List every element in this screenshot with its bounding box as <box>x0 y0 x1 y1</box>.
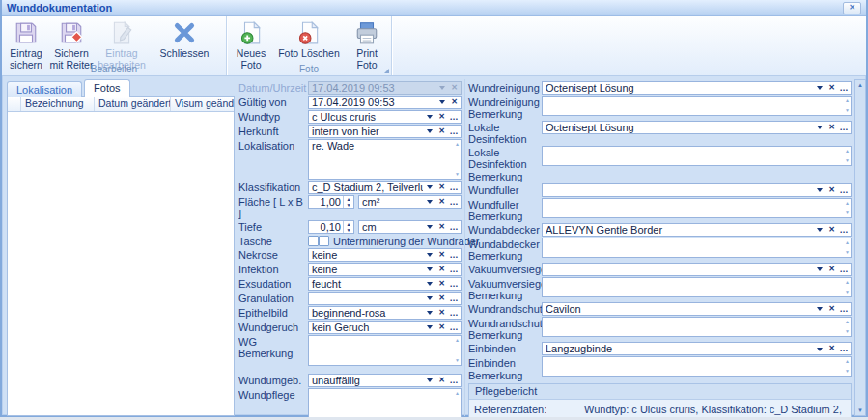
scroll-up-icon[interactable]: ▲ <box>845 280 850 285</box>
wundumgeb-combobox[interactable]: unauffällig ✕ … <box>308 374 462 387</box>
ellipsis-icon[interactable]: … <box>838 343 851 354</box>
scroll-up-icon[interactable]: ▲ <box>845 149 850 154</box>
scrollbar-up-icon[interactable]: ▲ <box>857 80 863 90</box>
group-dialog-launcher-icon[interactable] <box>384 69 389 73</box>
wundpflege-textarea[interactable]: ▲ ▼ <box>308 388 462 420</box>
clear-icon[interactable]: ✕ <box>435 182 448 193</box>
dropdown-arrow-icon[interactable] <box>423 278 435 290</box>
column-header-datum-geaendert[interactable]: Datum geändert <box>95 97 171 111</box>
scroll-down-icon[interactable]: ▼ <box>845 329 850 334</box>
dropdown-arrow-icon[interactable] <box>813 82 826 94</box>
dropdown-arrow-icon[interactable] <box>423 196 435 208</box>
neues-foto-button[interactable]: Neues Foto <box>231 18 271 70</box>
dropdown-arrow-icon[interactable] <box>423 322 435 333</box>
clear-icon[interactable]: ✕ <box>826 184 838 196</box>
scroll-down-icon[interactable]: ▼ <box>845 290 850 294</box>
klassifikation-combobox[interactable]: c_D Stadium 2, Teilverlust der Haut ✕ … <box>308 181 462 194</box>
foto-loeschen-button[interactable]: Foto Löschen <box>271 18 347 59</box>
ellipsis-icon[interactable]: … <box>838 224 851 236</box>
clear-icon[interactable]: ✕ <box>826 82 838 94</box>
scroll-up-icon[interactable]: ▲ <box>845 201 850 206</box>
column-header-bezeichnung[interactable]: Bezeichnung <box>21 97 95 111</box>
vakuumversiegelu-bemerkung-textarea[interactable]: ▲ ▼ <box>542 277 852 297</box>
ellipsis-icon[interactable]: … <box>838 82 851 94</box>
clear-icon[interactable]: ✕ <box>826 343 838 354</box>
vertical-scrollbar[interactable]: ▲ ▼ <box>854 79 866 416</box>
eintrag-sichern-button[interactable]: Eintrag sichern <box>6 18 46 70</box>
clear-icon[interactable]: ✕ <box>448 97 461 108</box>
clear-icon[interactable]: ✕ <box>435 111 448 123</box>
dropdown-arrow-icon[interactable] <box>813 303 826 315</box>
nekrose-combobox[interactable]: keine ✕ … <box>308 248 462 262</box>
dropdown-arrow-icon[interactable] <box>423 126 435 137</box>
column-header-visum-geaendert[interactable]: Visum geändert <box>171 97 234 111</box>
spinner-buttons[interactable]: ▲▼ <box>343 196 353 208</box>
dropdown-arrow-icon[interactable] <box>423 221 435 233</box>
ellipsis-icon[interactable]: … <box>448 221 461 233</box>
dropdown-arrow-icon[interactable] <box>423 182 435 193</box>
window-close-button[interactable]: ✕ <box>843 2 861 14</box>
clear-icon[interactable]: ✕ <box>826 264 838 275</box>
einbinden-bemerkung-textarea[interactable]: ▲ ▼ <box>542 356 852 377</box>
clear-icon[interactable]: ✕ <box>435 249 448 261</box>
ellipsis-icon[interactable]: … <box>838 122 851 133</box>
scroll-up-icon[interactable]: ▲ <box>455 142 460 147</box>
lokalisation-textarea[interactable]: re. Wade ▲ ▼ <box>308 139 462 180</box>
wundreinigung-combobox[interactable]: Octenisept Lösung ✕ … <box>542 81 852 95</box>
dropdown-arrow-icon[interactable] <box>813 224 826 236</box>
scroll-down-icon[interactable]: ▼ <box>845 108 850 113</box>
scroll-up-icon[interactable]: ▲ <box>845 240 850 245</box>
wundfuller-combobox[interactable]: ✕ … <box>542 183 852 197</box>
lokale-desinfektion-combobox[interactable]: Octenisept Lösung ✕ … <box>542 121 852 134</box>
dropdown-arrow-icon[interactable] <box>423 111 435 123</box>
wundgeruch-combobox[interactable]: kein Geruch ✕ … <box>308 321 462 334</box>
ellipsis-icon[interactable]: … <box>448 375 461 386</box>
ellipsis-icon[interactable]: … <box>448 264 461 275</box>
scrollbar-down-icon[interactable]: ▼ <box>857 406 863 415</box>
scroll-down-icon[interactable]: ▼ <box>845 158 850 163</box>
fotos-table[interactable]: Bezeichnung Datum geändert Visum geänder… <box>7 96 235 416</box>
wundrandschutz-combobox[interactable]: Cavilon ✕ … <box>542 302 852 316</box>
ellipsis-icon[interactable]: … <box>448 249 461 261</box>
scroll-up-icon[interactable]: ▲ <box>455 391 460 396</box>
clear-icon[interactable]: ✕ <box>435 375 448 386</box>
dropdown-arrow-icon[interactable] <box>423 264 435 275</box>
sichern-mit-reiter-button[interactable]: Sichern mit Reiter <box>46 18 97 70</box>
spinner-buttons[interactable]: ▲▼ <box>343 221 353 233</box>
wg-bemerkung-textarea[interactable]: ▲ ▼ <box>308 335 462 366</box>
scroll-down-icon[interactable]: ▼ <box>455 358 460 363</box>
ellipsis-icon[interactable]: … <box>838 184 851 196</box>
tasche-checkbox[interactable] <box>308 236 319 246</box>
ellipsis-icon[interactable]: … <box>448 196 461 208</box>
ellipsis-icon[interactable]: … <box>448 278 461 290</box>
scroll-down-icon[interactable]: ▼ <box>845 369 850 374</box>
dropdown-arrow-icon[interactable] <box>423 375 435 386</box>
scroll-up-icon[interactable]: ▲ <box>455 338 460 343</box>
clear-icon[interactable]: ✕ <box>435 196 448 208</box>
ellipsis-icon[interactable]: … <box>838 303 851 315</box>
clear-icon[interactable]: ✕ <box>435 322 448 333</box>
dropdown-arrow-icon[interactable] <box>813 122 826 133</box>
scroll-up-icon[interactable]: ▲ <box>845 98 850 103</box>
clear-icon[interactable]: ✕ <box>435 293 448 304</box>
scroll-up-icon[interactable]: ▲ <box>845 359 850 364</box>
wundreinigung-bemerkung-textarea[interactable]: ▲ ▼ <box>542 96 852 116</box>
ellipsis-icon[interactable]: … <box>448 307 461 319</box>
tab-fotos[interactable]: Fotos <box>84 79 130 97</box>
einbinden-combobox[interactable]: Langzugbinde ✕ … <box>542 342 852 355</box>
ellipsis-icon[interactable]: … <box>448 126 461 137</box>
ellipsis-icon[interactable]: … <box>448 111 461 123</box>
clear-icon[interactable]: ✕ <box>826 303 838 315</box>
scroll-up-icon[interactable]: ▲ <box>845 320 850 324</box>
vakuumversiegelu-combobox[interactable]: ✕ … <box>542 263 852 276</box>
tiefe-spinner[interactable]: 0,10 ▲▼ <box>308 220 354 234</box>
ellipsis-icon[interactable]: … <box>448 182 461 193</box>
ellipsis-icon[interactable]: … <box>448 322 461 333</box>
wundabdecker-combobox[interactable]: ALLEVYN Gentle Border ✕ … <box>542 223 852 237</box>
dropdown-arrow-icon[interactable] <box>813 343 826 354</box>
epithelbild-combobox[interactable]: beginnend-rosa ✕ … <box>308 306 462 320</box>
clear-icon[interactable]: ✕ <box>435 221 448 233</box>
schliessen-button[interactable]: Schliessen <box>147 18 222 59</box>
wundtyp-combobox[interactable]: c Ulcus cruris ✕ … <box>308 110 462 124</box>
gueltig-von-datepicker[interactable]: 17.04.2019 09:53 ✕ <box>308 96 462 109</box>
